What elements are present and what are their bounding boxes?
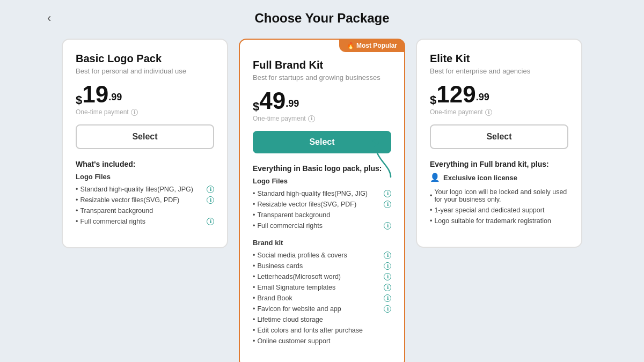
packages-container: Basic Logo PackBest for personal and ind… xyxy=(27,39,617,362)
feature-text: Letterheads(Microsoft word) xyxy=(257,273,341,280)
feature-item: Online customer support xyxy=(253,336,391,346)
feature-text: Edit colors and fonts after purchase xyxy=(257,327,363,334)
price-row-elite: $ 129 .99 xyxy=(430,83,568,106)
page-title: Choose Your Package xyxy=(254,11,389,26)
select-button-full[interactable]: Select xyxy=(253,131,391,153)
feature-item: Letterheads(Microsoft word) ℹ xyxy=(253,271,391,282)
section-label-full: Everything in Basic logo pack, plus: xyxy=(253,164,391,173)
subsection-label-full: Logo Files xyxy=(253,177,391,185)
feature-item: Resizable vector files(SVG, PDF) ℹ xyxy=(76,195,214,205)
price-note-full: One-time payment ℹ xyxy=(253,115,391,122)
card-subtitle-elite: Best for enterprise and agencies xyxy=(430,67,568,75)
feature-item: 1-year special and dedicated support xyxy=(430,205,568,216)
card-title-basic: Basic Logo Pack xyxy=(76,53,214,65)
exclusive-row: 👤 Exclusive icon license xyxy=(430,173,568,182)
feature-info-icon: ℹ xyxy=(207,196,214,204)
card-title-elite: Elite Kit xyxy=(430,53,568,65)
page-header: ‹ Choose Your Package xyxy=(11,11,633,26)
price-cents-elite: .99 xyxy=(476,92,489,103)
feature-info-icon: ℹ xyxy=(384,262,391,270)
feature-item: Transparent background xyxy=(76,205,214,216)
price-dollar-basic: $ xyxy=(76,94,82,106)
feature-info-icon: ℹ xyxy=(384,222,391,230)
card-basic: Basic Logo PackBest for personal and ind… xyxy=(62,39,228,248)
subsection-label-full: Brand kit xyxy=(253,239,391,247)
feature-info-icon: ℹ xyxy=(384,273,391,280)
feature-text: Brand Book xyxy=(257,294,292,302)
card-title-full: Full Brand Kit xyxy=(253,59,391,71)
price-main-basic: 19 xyxy=(82,83,108,106)
card-elite: Elite KitBest for enterprise and agencie… xyxy=(416,39,582,248)
feature-item: Email Signature templates ℹ xyxy=(253,282,391,293)
feature-text: Full commercial rights xyxy=(80,218,145,225)
feature-item: Transparent background xyxy=(253,210,391,220)
feature-item: Business cards ℹ xyxy=(253,261,391,271)
feature-item: Social media profiles & covers ℹ xyxy=(253,250,391,261)
feature-info-icon: ℹ xyxy=(384,284,391,291)
feature-text: Full commercial rights xyxy=(257,222,323,230)
feature-text: Transparent background xyxy=(257,211,330,219)
feature-item: Lifetime cloud storage xyxy=(253,314,391,325)
feature-item: Brand Book ℹ xyxy=(253,293,391,304)
price-note-elite: One-time payment ℹ xyxy=(430,108,568,116)
price-dollar-full: $ xyxy=(253,101,259,113)
exclusive-features: Your logo icon will be locked and solely… xyxy=(430,187,568,226)
price-row-full: $ 49 .99 xyxy=(253,89,391,113)
feature-info-icon: ℹ xyxy=(384,201,391,208)
most-popular-badge: 🔥 Most Popular xyxy=(339,39,405,52)
card-subtitle-basic: Best for personal and individual use xyxy=(76,67,214,75)
feature-text: Standard high-quality files(PNG, JIG) xyxy=(257,190,368,197)
feature-text: Lifetime cloud storage xyxy=(257,316,323,323)
exclusive-label: Exclusive icon license xyxy=(443,174,517,182)
feature-item: Favicon for website and app ℹ xyxy=(253,304,391,314)
feature-item: Logo suitable for trademark registration xyxy=(430,216,568,226)
price-note-icon-basic: ℹ xyxy=(131,109,138,116)
price-note-icon-full: ℹ xyxy=(308,115,315,122)
feature-text: Resizable vector files(SVG, PDF) xyxy=(257,201,356,208)
feature-list-full: Standard high-quality files(PNG, JIG) ℹ … xyxy=(253,188,391,231)
feature-text: Online customer support xyxy=(257,337,330,345)
feature-list-full: Social media profiles & covers ℹ Busines… xyxy=(253,250,391,346)
feature-text: Resizable vector files(SVG, PDF) xyxy=(80,196,179,204)
feature-info-icon: ℹ xyxy=(384,294,391,302)
feature-text: Business cards xyxy=(257,262,303,270)
select-button-basic[interactable]: Select xyxy=(76,124,214,149)
section-label-basic: What's included: xyxy=(76,160,214,168)
back-button[interactable]: ‹ xyxy=(43,9,55,27)
feature-list-basic: Standard high-quality files(PNG, JPG) ℹ … xyxy=(76,184,214,227)
feature-item: Your logo icon will be locked and solely… xyxy=(430,187,568,205)
feature-item: Edit colors and fonts after purchase xyxy=(253,325,391,336)
price-note-icon-elite: ℹ xyxy=(485,109,492,116)
feature-item: Full commercial rights ℹ xyxy=(253,220,391,231)
card-subtitle-full: Best for startups and growing businesses xyxy=(253,73,391,82)
price-main-full: 49 xyxy=(259,89,286,113)
price-dollar-elite: $ xyxy=(430,94,436,106)
select-button-elite[interactable]: Select xyxy=(430,124,568,149)
price-main-elite: 129 xyxy=(436,83,475,106)
card-full: 🔥 Most PopularFull Brand KitBest for sta… xyxy=(239,39,405,362)
price-cents-basic: .99 xyxy=(108,92,122,103)
feature-item: Standard high-quality files(PNG, JIG) ℹ xyxy=(253,188,391,199)
price-note-basic: One-time payment ℹ xyxy=(76,108,214,116)
price-cents-full: .99 xyxy=(286,98,299,109)
feature-info-icon: ℹ xyxy=(207,218,214,225)
feature-text: Social media profiles & covers xyxy=(257,252,347,259)
price-row-basic: $ 19 .99 xyxy=(76,83,214,106)
feature-info-icon: ℹ xyxy=(384,305,391,313)
feature-item: Standard high-quality files(PNG, JPG) ℹ xyxy=(76,184,214,195)
feature-text: Standard high-quality files(PNG, JPG) xyxy=(80,186,193,193)
feature-text: Email Signature templates xyxy=(257,284,335,291)
feature-info-icon: ℹ xyxy=(384,252,391,259)
feature-item: Full commercial rights ℹ xyxy=(76,216,214,227)
feature-item: Resizable vector files(SVG, PDF) ℹ xyxy=(253,199,391,210)
feature-text: Favicon for website and app xyxy=(257,305,341,313)
feature-text: Transparent background xyxy=(80,207,153,215)
subsection-label-basic: Logo Files xyxy=(76,173,214,181)
section-label-elite: Everything in Full brand kit, plus: xyxy=(430,160,568,168)
feature-info-icon: ℹ xyxy=(207,186,214,193)
exclusive-icon: 👤 xyxy=(430,173,440,182)
feature-info-icon: ℹ xyxy=(384,190,391,197)
